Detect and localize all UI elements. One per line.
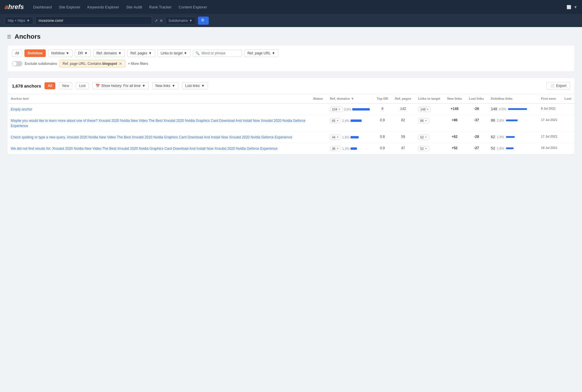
- lostlinks-chevron-icon: ▼: [201, 84, 205, 88]
- tab-new[interactable]: New: [59, 82, 72, 89]
- dofollow-bar-1: [506, 120, 518, 121]
- cell-anchor-text-2: Check spelling or type a new query. Xnxu…: [7, 132, 309, 143]
- subdomain-selector[interactable]: Subdomains ▼: [165, 17, 196, 24]
- monitor-icon[interactable]: ⬜: [567, 5, 571, 9]
- links-target-btn-1[interactable]: 86 ▼: [418, 118, 429, 123]
- show-history-button[interactable]: 📅 Show history: For all time ▼: [92, 82, 149, 89]
- ref-bar-fill-2: [351, 136, 359, 138]
- anchor-link-3[interactable]: We did not find results for: Xnxubd 2020…: [11, 147, 278, 151]
- ref-bar-2: [351, 136, 359, 138]
- cell-lost-date-1: [561, 115, 575, 132]
- ref-domain-num-2[interactable]: 44 ▼: [330, 135, 341, 140]
- cell-status-1: [309, 115, 326, 132]
- cell-dofollow-extra-2: [530, 132, 537, 143]
- filter-all-button[interactable]: All: [12, 49, 22, 57]
- toggle-control[interactable]: [12, 61, 22, 66]
- ref-domain-num-0[interactable]: 104 ▼: [330, 107, 343, 112]
- filter-dofollow-button[interactable]: Dofollow: [24, 49, 46, 57]
- url-search-button[interactable]: 🔍: [198, 17, 209, 25]
- cell-first-seen-3: 18 Jul 2021: [537, 143, 561, 154]
- links-target-btn-2[interactable]: 62 ▼: [418, 135, 429, 140]
- tab-lost[interactable]: Lost: [76, 82, 89, 89]
- dofollow-bar-fill-0: [508, 108, 527, 110]
- nav-site-audit[interactable]: Site Audit: [126, 5, 142, 9]
- refpages-chevron-icon: ▼: [148, 51, 152, 55]
- dropdown-chevron-icon[interactable]: ▼: [574, 5, 577, 9]
- filter-ref-page-url-button[interactable]: Ref. page URL ▼: [244, 49, 278, 57]
- anchor-link-0[interactable]: Empty anchor: [11, 107, 32, 111]
- protocol-chevron-icon: ▼: [26, 19, 30, 23]
- linkstarget-chevron-icon-0: ▼: [427, 108, 429, 111]
- lost-links-button[interactable]: Lost links ▼: [182, 82, 208, 89]
- nofollow-chevron-icon: ▼: [66, 51, 69, 55]
- filter-card: All Dofollow Nofollow ▼ DR ▼ Ref. domain…: [7, 45, 575, 72]
- toggle-knob: [13, 62, 17, 66]
- cell-anchor-text-3: We did not find results for: Xnxubd 2020…: [7, 143, 309, 154]
- export-button[interactable]: 📄 Export: [546, 82, 570, 90]
- cell-ref-domains-1: 65 ▼ 2.4%: [326, 115, 373, 132]
- anchors-table: Anchor text Status Ref. domains ▼ Top DR…: [7, 94, 575, 154]
- protocol-selector[interactable]: http + https ▼: [5, 17, 33, 24]
- page-title: Anchors: [15, 33, 40, 40]
- ref-pct-1: 2.4%: [342, 119, 349, 122]
- ref-pct-3: 1.3%: [342, 147, 349, 150]
- dofollow-pct-3: 1.6%: [497, 147, 504, 150]
- nav-site-explorer[interactable]: Site Explorer: [59, 5, 80, 9]
- nav-dashboard[interactable]: Dashboard: [33, 5, 52, 9]
- dofollow-pct-1: 2.6%: [497, 119, 504, 122]
- ref-bar-3: [351, 147, 357, 150]
- col-dofollow-links: Dofollow links: [487, 94, 537, 104]
- filter-dr-button[interactable]: DR ▼: [75, 49, 91, 57]
- ref-bar-0: [352, 108, 370, 111]
- cell-links-to-target-0: 148 ▼: [415, 104, 444, 115]
- anchor-link-1[interactable]: Maybe you would like to learn more about…: [11, 119, 305, 128]
- linkstarget-chevron-icon-1: ▼: [424, 119, 427, 122]
- refdom-chevron-icon-2: ▼: [336, 136, 339, 139]
- refdomains-chevron-icon: ▼: [118, 51, 122, 55]
- dofollow-num-3: 52: [491, 146, 495, 150]
- dofollow-num-2: 62: [491, 135, 495, 139]
- filter-ref-domains-button[interactable]: Ref. domains ▼: [93, 49, 125, 57]
- remove-filter-button[interactable]: ✕: [119, 61, 122, 66]
- nav-content-explorer[interactable]: Content Explorer: [178, 5, 207, 9]
- hamburger-icon[interactable]: ☰: [7, 34, 11, 40]
- nav-keywords-explorer[interactable]: Keywords Explorer: [87, 5, 119, 9]
- new-links-button[interactable]: New links ▼: [152, 82, 178, 89]
- clear-url-icon[interactable]: ✕: [160, 18, 163, 23]
- cell-new-links-3: +52: [444, 143, 466, 154]
- tab-all[interactable]: All: [45, 82, 55, 89]
- dofollow-num-1: 86: [491, 118, 495, 122]
- logo[interactable]: ahrefs: [5, 3, 24, 11]
- cell-new-links-0: +148: [444, 104, 466, 115]
- export-icon: 📄: [550, 84, 555, 88]
- filter-ref-pages-button[interactable]: Ref. pages ▼: [127, 49, 155, 57]
- history-chevron-icon: ▼: [142, 84, 146, 88]
- links-target-btn-0[interactable]: 148 ▼: [418, 107, 431, 112]
- anchor-link-2[interactable]: Check spelling or type a new query. Xnxu…: [11, 135, 292, 139]
- word-phrase-input[interactable]: [201, 51, 239, 55]
- word-search-icon: 🔍: [195, 51, 200, 55]
- nav-rank-tracker[interactable]: Rank Tracker: [149, 5, 171, 9]
- table-row: We did not find results for: Xnxubd 2020…: [7, 143, 575, 154]
- more-filters-button[interactable]: + More filters: [128, 62, 148, 66]
- col-ref-domains[interactable]: Ref. domains ▼: [326, 94, 373, 104]
- dofollow-pct-0: 4.5%: [499, 107, 506, 111]
- dofollow-bar-2: [506, 136, 515, 138]
- ref-domain-num-1[interactable]: 65 ▼: [330, 118, 341, 123]
- anchor-count: 1,678 anchors: [12, 83, 41, 88]
- filter-links-to-target-button[interactable]: Links to target ▼: [158, 49, 190, 57]
- url-bar: http + https ▼ ↗ ✕ Subdomains ▼ 🔍: [0, 14, 582, 27]
- links-target-btn-3[interactable]: 52 ▼: [418, 146, 429, 151]
- cell-dofollow-0: 148 4.5%: [487, 104, 530, 115]
- cell-dofollow-extra-0: [530, 104, 537, 115]
- url-input[interactable]: [36, 16, 152, 25]
- dofollow-bar-0: [508, 108, 527, 110]
- filter-nofollow-button[interactable]: Nofollow ▼: [48, 49, 72, 57]
- main-content: ☰ Anchors All Dofollow Nofollow ▼ DR ▼ R…: [0, 27, 582, 160]
- cell-lost-links-2: -28: [466, 132, 487, 143]
- external-link-icon[interactable]: ↗: [154, 18, 158, 23]
- dofollow-bar-fill-2: [506, 136, 515, 138]
- cell-status-2: [309, 132, 326, 143]
- ref-domain-num-3[interactable]: 36 ▼: [330, 146, 341, 151]
- cell-dofollow-extra-3: [530, 143, 537, 154]
